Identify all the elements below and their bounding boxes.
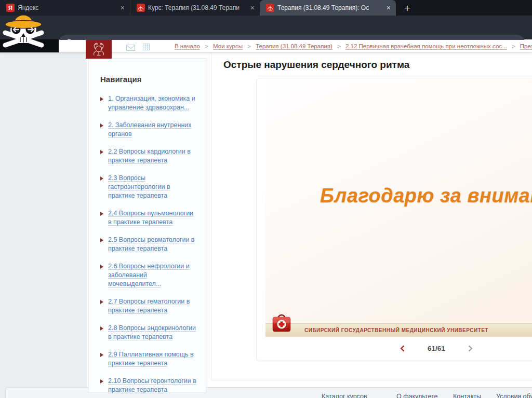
page-title: Острые нарушения сердечного ритма [223,59,409,71]
slide-text: Благодарю за внимание [320,185,532,207]
tab-presentation-active[interactable]: Терапия (31.08.49 Терапия): Ос × [260,0,396,16]
next-slide-icon[interactable] [466,345,473,352]
triangle-bullet-icon [100,238,103,242]
breadcrumb-separator: > [205,43,208,49]
ssmu-favicon-icon [266,4,274,12]
sidebar-item-2-3[interactable]: 2.3 Вопросы гастроэнтерологии в практике… [108,174,197,200]
triangle-bullet-icon [100,123,103,128]
footer-link-catalog[interactable]: Каталог курсов [322,393,367,398]
breadcrumb-separator: > [247,43,251,49]
messages-icon[interactable] [126,44,135,53]
triangle-bullet-icon [100,150,103,154]
triangle-bullet-icon [100,265,103,269]
list-item: 2.7 Вопросы гематологии в практике терап… [100,297,197,315]
apps-grid-icon[interactable] [143,43,150,52]
navigation-list: 1. Организация, экономика и управление з… [100,94,197,394]
breadcrumb: В начало > Мои курсы > Терапия (31.08.49… [175,43,532,51]
list-item: 2.4 Вопросы пульмонологии в практике тер… [100,209,197,227]
slide-pager: 61/61 [257,336,532,361]
sidebar-item-2-9[interactable]: 2.9 Паллиативная помощь в практике терап… [108,350,197,368]
browser-tab-bar: Я Яндекс × Курс: Терапия (31.08.49 Терап… [0,0,532,16]
footer-link-contacts[interactable]: Контакты [453,393,481,398]
list-item: 2. Заболевания внутренних органов [100,121,197,139]
sidebar-item-2-8[interactable]: 2.8 Вопросы эндокринологии в практике те… [108,324,197,341]
list-item: 2.6 Вопросы нефрологии и заболеваний моч… [100,262,197,289]
sidebar-item-2-2[interactable]: 2.2 Вопросы кардиологии в практике терап… [108,147,197,165]
triangle-bullet-icon [100,212,103,216]
sidebar-item-2-10[interactable]: 2.10 Вопросы геронтологии в практике тер… [108,377,197,394]
triangle-bullet-icon [100,176,103,181]
sidebar-item-1[interactable]: 1. Организация, экономика и управление з… [108,94,197,112]
sidebar-item-2-6[interactable]: 2.6 Вопросы нефрологии и заболеваний моч… [108,262,197,289]
breadcrumb-home[interactable]: В начало [175,43,200,49]
previous-slide-icon[interactable] [400,345,407,352]
triangle-bullet-icon [100,326,103,331]
breadcrumb-section[interactable]: 2.12 Первичная врачебная помощь при неот… [345,43,507,49]
breadcrumb-activity[interactable]: Презентация [520,43,532,49]
close-icon[interactable]: × [385,3,392,12]
slide-banner: СИБИРСКИЙ ГОСУДАРСТВЕННЫЙ МЕДИЦИНСКИЙ УН… [265,323,532,337]
slide-page-indicator: 61/61 [428,345,445,352]
tab-course[interactable]: Курс: Терапия (31.08.49 Терапи × [130,0,260,16]
browser-toolbar: online.ssmu.ru/mod/slides/view.php?id=38… [0,16,532,39]
page-footer: Каталог курсов О факультете Контакты Усл… [5,387,532,398]
navigation-title: Навигация [100,75,197,84]
tab-title: Яндекс [18,4,116,11]
breadcrumb-separator: > [512,43,515,49]
tab-title: Терапия (31.08.49 Терапия): Ос [277,4,382,11]
triangle-bullet-icon [100,379,103,383]
university-name: СИБИРСКИЙ ГОСУДАРСТВЕННЫЙ МЕДИЦИНСКИЙ УН… [304,327,488,333]
first-aid-kit-icon [272,314,291,335]
breadcrumb-separator: > [337,43,341,49]
list-item: 2.9 Паллиативная помощь в практике терап… [100,350,197,368]
sidebar-item-2-4[interactable]: 2.4 Вопросы пульмонологии в практике тер… [108,209,197,227]
sidebar-item-2-5[interactable]: 2.5 Вопросы ревматологии в практике тера… [108,236,197,253]
yandex-favicon-icon: Я [6,4,15,12]
footer-link-terms[interactable]: Условия обучения [496,393,532,398]
list-item: 2.10 Вопросы геронтологии в практике тер… [100,377,197,394]
new-tab-button[interactable]: + [404,1,410,16]
ssmu-favicon-icon [137,4,145,12]
page-left-margin [0,52,87,398]
ssmu-logo[interactable] [86,40,112,59]
breadcrumb-course[interactable]: Терапия (31.08.49 Терапия) [256,43,332,49]
list-item: 2.2 Вопросы кардиологии в практике терап… [100,147,197,165]
list-item: 2.3 Вопросы гастроэнтерологии в практике… [100,174,197,200]
breadcrumb-my-courses[interactable]: Мои курсы [213,43,243,49]
triangle-bullet-icon [100,300,103,304]
list-item: 1. Организация, экономика и управление з… [100,94,197,112]
triangle-bullet-icon [100,353,103,357]
tab-title: Курс: Терапия (31.08.49 Терапи [148,4,246,11]
footer-link-faculty[interactable]: О факультете [396,393,438,398]
close-icon[interactable]: × [119,3,126,12]
slide: Благодарю за внимание СИБИРСКИЙ ГОСУДАРС… [265,79,532,337]
sidebar-item-2-7[interactable]: 2.7 Вопросы гематологии в практике терап… [108,297,197,315]
triangle-bullet-icon [100,97,103,101]
straw-hat-skull-sticker [0,13,48,53]
list-item: 2.5 Вопросы ревматологии в практике тера… [100,236,197,253]
slide-viewer: Благодарю за внимание СИБИРСКИЙ ГОСУДАРС… [256,78,532,361]
list-item: 2.8 Вопросы эндокринологии в практике те… [100,324,197,341]
navigation-block: Навигация 1. Организация, экономика и уп… [88,58,206,393]
close-icon[interactable]: × [249,3,256,12]
sidebar-item-2[interactable]: 2. Заболевания внутренних органов [108,121,197,139]
ssmu-crest-icon [87,41,110,58]
